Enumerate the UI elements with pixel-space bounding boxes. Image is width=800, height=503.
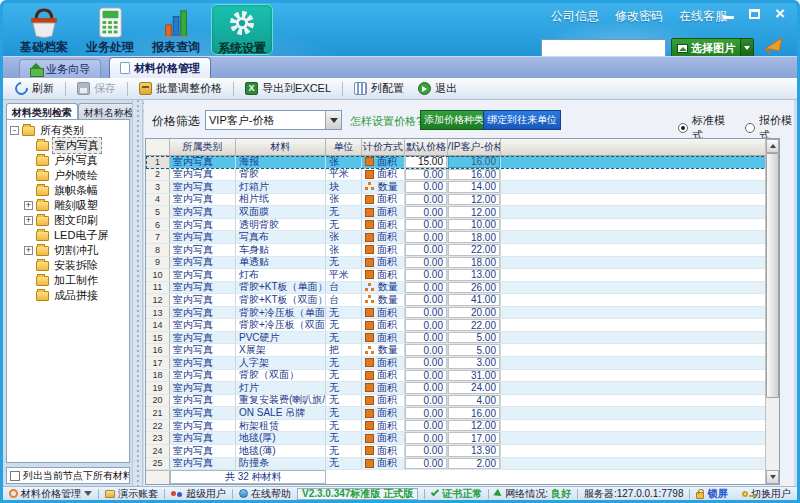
tab-business-wizard[interactable]: 业务向导: [19, 59, 101, 78]
cell-default-price[interactable]: 0.00: [405, 357, 448, 369]
cell-default-price[interactable]: 0.00: [405, 420, 448, 432]
cell-vip-price[interactable]: 16.00: [448, 156, 501, 168]
cell-default-price[interactable]: 0.00: [405, 445, 448, 457]
table-row[interactable]: 23室内写真地毯(厚)无面积0.0017.00: [146, 432, 779, 445]
cell-vip-price[interactable]: 5.00: [448, 332, 501, 344]
tree-item[interactable]: +雕刻吸塑: [10, 198, 129, 213]
tree-root[interactable]: - 所有类别: [10, 123, 129, 138]
header-default-price[interactable]: 默认价格: [405, 139, 448, 155]
select-image-button[interactable]: 选择图片: [671, 38, 754, 58]
link-change-password[interactable]: 修改密码: [615, 8, 663, 25]
cell-default-price[interactable]: 0.00: [405, 282, 448, 294]
table-row[interactable]: 25室内写真防撞条无面积0.002.00: [146, 458, 779, 471]
cell-vip-price[interactable]: 12.00: [448, 206, 501, 218]
table-row[interactable]: 12室内写真背胶+KT板（双面）台数量0.0041.00: [146, 294, 779, 307]
column-config-button[interactable]: 列配置: [348, 79, 410, 98]
table-row[interactable]: 19室内写真灯片无面积0.0024.00: [146, 382, 779, 395]
cell-vip-price[interactable]: 5.00: [448, 344, 501, 356]
cell-vip-price[interactable]: 12.00: [448, 194, 501, 206]
cell-default-price[interactable]: 0.00: [405, 332, 448, 344]
tree-item[interactable]: 旗帜条幅: [10, 183, 129, 198]
panel-splitter[interactable]: [132, 100, 143, 486]
minimize-button[interactable]: [719, 6, 737, 21]
cell-default-price[interactable]: 0.00: [405, 319, 448, 331]
expand-icon[interactable]: +: [24, 246, 33, 255]
cell-default-price[interactable]: 0.00: [405, 206, 448, 218]
cell-vip-price[interactable]: 26.00: [448, 282, 501, 294]
cell-vip-price[interactable]: 2.00: [448, 458, 501, 470]
header-category[interactable]: 所属类别: [170, 139, 236, 155]
cell-vip-price[interactable]: 18.00: [448, 231, 501, 243]
tree-item[interactable]: 加工制作: [10, 273, 129, 288]
scroll-up-button[interactable]: [766, 139, 779, 153]
cell-vip-price[interactable]: 13.90: [448, 445, 501, 457]
table-row[interactable]: 24室内写真地毯(薄)无面积0.0013.90: [146, 445, 779, 458]
account-info[interactable]: 演示账套: [105, 487, 158, 501]
cell-default-price[interactable]: 0.00: [405, 307, 448, 319]
table-row[interactable]: 16室内写真X展架把数量0.005.00: [146, 344, 779, 357]
maximize-button[interactable]: [745, 6, 763, 21]
table-row[interactable]: 20室内写真重复安装费(喇叭旗/门挂无面积0.004.00: [146, 395, 779, 408]
nav-item-business[interactable]: 业务处理: [79, 4, 141, 55]
link-company-info[interactable]: 公司信息: [551, 8, 599, 25]
table-row[interactable]: 9室内写真单透贴无面积0.0018.00: [146, 257, 779, 270]
cell-default-price[interactable]: 0.00: [405, 169, 448, 181]
exit-button[interactable]: 退出: [412, 79, 463, 98]
table-row[interactable]: 15室内写真PVC硬片无面积0.005.00: [146, 332, 779, 345]
cell-vip-price[interactable]: 31.00: [448, 370, 501, 382]
how-to-set-price-link[interactable]: 怎样设置价格?: [350, 114, 422, 129]
header-material[interactable]: 材料: [236, 139, 326, 155]
cell-vip-price[interactable]: 41.00: [448, 294, 501, 306]
cell-vip-price[interactable]: 22.00: [448, 244, 501, 256]
cell-default-price[interactable]: 0.00: [405, 219, 448, 231]
cell-default-price[interactable]: 0.00: [405, 407, 448, 419]
table-row[interactable]: 3室内写真灯箱片块数量0.0014.00: [146, 181, 779, 194]
table-row[interactable]: 22室内写真桁架租赁无面积0.0012.00: [146, 420, 779, 433]
cell-default-price[interactable]: 0.00: [405, 370, 448, 382]
nav-item-reports[interactable]: 报表查询: [145, 4, 207, 55]
cell-default-price[interactable]: 0.00: [405, 269, 448, 281]
nav-item-basic-files[interactable]: 基础档案: [13, 4, 75, 55]
table-row[interactable]: 7室内写真写真布张面积0.0018.00: [146, 231, 779, 244]
table-row[interactable]: 21室内写真ON SALE 吊牌无面积0.0016.00: [146, 407, 779, 420]
online-help[interactable]: 在线帮助: [239, 487, 291, 501]
table-row[interactable]: 1室内写真海报张面积15.0016.00: [146, 156, 779, 169]
cell-vip-price[interactable]: 4.00: [448, 395, 501, 407]
cell-vip-price[interactable]: 14.00: [448, 181, 501, 193]
header-vip-price[interactable]: VIP客户-价格: [448, 139, 501, 155]
add-price-type-button[interactable]: 添加价格种类: [420, 110, 488, 130]
export-excel-button[interactable]: 导出到EXCEL: [239, 79, 337, 98]
cell-vip-price[interactable]: 17.00: [448, 432, 501, 444]
tree-item[interactable]: 安装拆除: [10, 258, 129, 273]
lock-screen-button[interactable]: 锁屏: [696, 487, 727, 501]
scrollbar-thumb[interactable]: [766, 153, 779, 398]
tab-material-price-management[interactable]: 材料价格管理: [109, 57, 211, 78]
tree-item[interactable]: 成品拼接: [10, 288, 129, 303]
table-row[interactable]: 8室内写真车身贴张面积0.0022.00: [146, 244, 779, 257]
select-image-dropdown[interactable]: [740, 39, 753, 57]
table-row[interactable]: 13室内写真背胶+冷压板（单面）无面积0.0020.00: [146, 307, 779, 320]
cell-vip-price[interactable]: 22.00: [448, 319, 501, 331]
collapse-icon[interactable]: -: [10, 126, 19, 135]
tree-item[interactable]: 户外写真: [10, 153, 129, 168]
nav-item-settings[interactable]: 系统设置: [211, 4, 273, 55]
cell-default-price[interactable]: 0.00: [405, 432, 448, 444]
module-menu[interactable]: 材料价格管理: [9, 487, 92, 501]
table-row[interactable]: 10室内写真灯布平米面积0.0013.00: [146, 269, 779, 282]
cell-default-price[interactable]: 0.00: [405, 181, 448, 193]
table-row[interactable]: 5室内写真双面膜无面积0.0012.00: [146, 206, 779, 219]
cell-default-price[interactable]: 0.00: [405, 344, 448, 356]
batch-adjust-price-button[interactable]: 批量调整价格: [133, 79, 228, 98]
cell-default-price[interactable]: 0.00: [405, 458, 448, 470]
expand-icon[interactable]: +: [24, 201, 33, 210]
table-row[interactable]: 6室内写真透明背胶无面积0.0010.00: [146, 219, 779, 232]
cell-default-price[interactable]: 0.00: [405, 244, 448, 256]
list-all-checkbox[interactable]: [10, 471, 20, 481]
cell-vip-price[interactable]: 24.00: [448, 382, 501, 394]
cell-vip-price[interactable]: 20.00: [448, 307, 501, 319]
cell-vip-price[interactable]: 12.00: [448, 420, 501, 432]
bind-partner-button[interactable]: 绑定到往来单位: [483, 110, 561, 130]
refresh-button[interactable]: 刷新: [9, 79, 60, 98]
table-row[interactable]: 2室内写真背胶平米面积0.0016.00: [146, 169, 779, 182]
cell-vip-price[interactable]: 16.00: [448, 169, 501, 181]
